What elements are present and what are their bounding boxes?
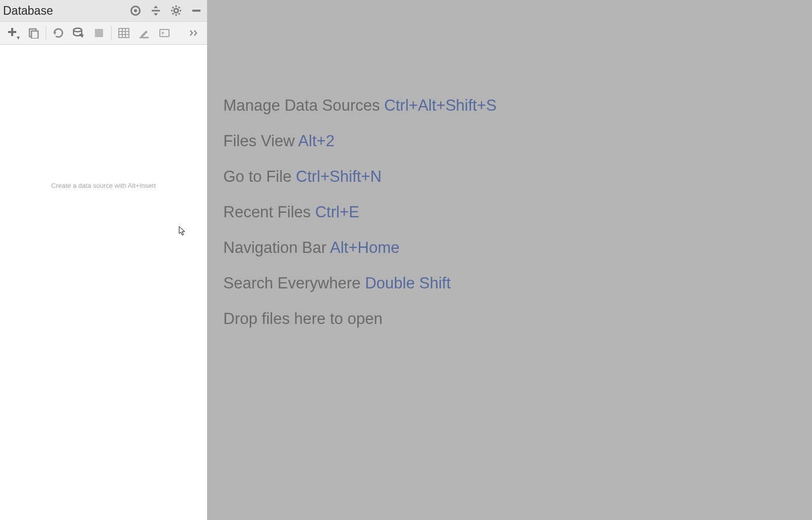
svg-line-13 [179,7,180,8]
svg-line-10 [173,7,174,8]
svg-point-1 [134,9,137,12]
panel-header-icons [130,5,205,16]
tip-shortcut: Ctrl+E [315,203,359,221]
more-button[interactable] [184,23,204,43]
tip-shortcut: Alt+Home [330,239,399,256]
stop-button[interactable] [89,23,109,43]
database-panel: Database [0,0,207,520]
editor-empty-area[interactable]: Manage Data Sources Ctrl+Alt+Shift+S Fil… [207,0,812,520]
tip-shortcut: Ctrl+Alt+Shift+S [384,96,496,114]
minimize-icon[interactable] [191,5,202,16]
panel-header: Database [0,0,207,22]
tip-label: Search Everywhere [223,274,361,292]
tip-item: Manage Data Sources Ctrl+Alt+Shift+S [223,96,497,115]
panel-toolbar [0,22,207,45]
svg-marker-4 [154,13,158,16]
toolbar-separator [46,26,46,40]
svg-marker-3 [154,6,158,8]
tip-item: Go to File Ctrl+Shift+N [223,168,497,186]
console-button[interactable] [154,23,175,43]
tip-item: Navigation Bar Alt+Home [223,239,497,257]
svg-rect-19 [31,31,38,39]
tip-shortcut: Ctrl+Shift+N [296,168,382,185]
data-source-properties-button[interactable] [69,23,89,43]
add-button[interactable] [3,23,23,43]
tip-item: Recent Files Ctrl+E [223,203,497,221]
tips-list: Manage Data Sources Ctrl+Alt+Shift+S Fil… [223,96,497,345]
svg-point-21 [74,28,82,32]
split-icon[interactable] [150,5,161,16]
panel-body[interactable]: Create a data source with Alt+Insert [0,45,207,520]
svg-marker-20 [53,32,56,35]
duplicate-button[interactable] [23,23,44,43]
app-root: Database [0,0,812,520]
svg-rect-22 [95,29,103,37]
empty-placeholder: Create a data source with Alt+Insert [0,182,207,189]
tip-item: Drop files here to open [223,310,497,328]
gear-icon[interactable] [171,5,182,16]
svg-rect-31 [160,30,168,36]
tip-label: Navigation Bar [223,239,326,256]
panel-title: Database [3,4,130,18]
tip-label: Drop files here to open [223,310,383,328]
edit-button[interactable] [134,23,154,43]
tip-item: Files View Alt+2 [223,132,497,150]
cursor-icon [179,226,186,236]
tip-shortcut: Alt+2 [298,132,335,150]
tip-label: Go to File [223,168,291,185]
svg-line-11 [179,13,180,14]
table-button[interactable] [114,23,134,43]
svg-marker-17 [17,37,20,40]
svg-marker-29 [141,30,148,37]
tip-label: Recent Files [223,203,311,221]
tip-label: Manage Data Sources [223,96,380,114]
target-icon[interactable] [130,5,141,16]
refresh-button[interactable] [48,23,69,43]
svg-line-12 [173,13,174,14]
svg-point-5 [174,9,178,13]
svg-rect-23 [119,28,129,38]
tip-shortcut: Double Shift [365,274,451,292]
toolbar-separator [111,26,112,40]
tip-label: Files View [223,132,295,150]
tip-item: Search Everywhere Double Shift [223,274,497,292]
